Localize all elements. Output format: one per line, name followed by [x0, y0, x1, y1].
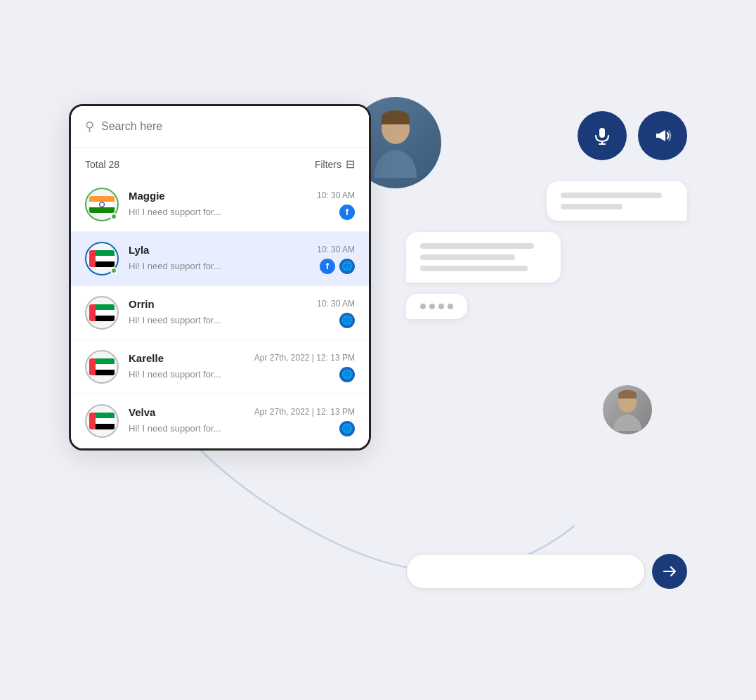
- bubble-line: [420, 243, 534, 249]
- flag-uae-lyla: [89, 250, 115, 267]
- total-count: Total 28: [85, 159, 119, 170]
- search-bar: ⚲: [71, 106, 369, 148]
- typing-indicator: [406, 294, 467, 319]
- flag-india-maggie: [89, 196, 115, 213]
- conv-icons-maggie: f: [339, 205, 355, 220]
- mic-button[interactable]: [578, 111, 627, 160]
- conv-icons-velva: 🌐: [339, 421, 355, 436]
- list-header: Total 28 Filters ⊟: [71, 148, 369, 178]
- svg-rect-2: [382, 117, 410, 124]
- avatar-wrap-lyla: [85, 242, 119, 276]
- conv-content-lyla: Lyla 10: 30 AM Hi! I need support for...…: [129, 244, 355, 274]
- avatar-wrap-velva: [85, 404, 119, 438]
- globe-icon-karelle: 🌐: [339, 367, 355, 382]
- conv-time-maggie: 10: 30 AM: [317, 190, 355, 200]
- conv-name-velva: Velva: [129, 406, 155, 418]
- conversation-item-maggie[interactable]: Maggie 10: 30 AM Hi! I need support for.…: [71, 178, 369, 232]
- typing-dot-3: [438, 304, 444, 309]
- flag-uae-orrin: [89, 304, 115, 321]
- avatar-wrap-karelle: [85, 350, 119, 384]
- flag-uae-karelle: [89, 358, 115, 375]
- chat-area: [350, 83, 687, 631]
- conv-content-orrin: Orrin 10: 30 AM Hi! I need support for..…: [129, 298, 355, 328]
- conv-time-orrin: 10: 30 AM: [317, 299, 355, 309]
- conversation-item-karelle[interactable]: Karelle Apr 27th, 2022 | 12: 13 PM Hi! I…: [71, 340, 369, 394]
- conv-content-karelle: Karelle Apr 27th, 2022 | 12: 13 PM Hi! I…: [129, 352, 355, 382]
- search-input[interactable]: [101, 120, 355, 133]
- conv-time-lyla: 10: 30 AM: [317, 245, 355, 254]
- online-indicator-maggie: [110, 213, 117, 220]
- main-container: ⚲ Total 28 Filters ⊟: [48, 48, 708, 652]
- filter-icon: ⊟: [346, 157, 355, 171]
- conv-name-karelle: Karelle: [129, 352, 164, 364]
- chat-input[interactable]: [406, 554, 645, 589]
- globe-icon-orrin: 🌐: [339, 313, 355, 328]
- typing-dot-4: [448, 304, 453, 309]
- conv-icons-karelle: 🌐: [339, 367, 355, 382]
- filters-label: Filters: [315, 159, 341, 170]
- chat-agent-avatar: [603, 385, 652, 434]
- conv-preview-lyla: Hi! I need support for...: [129, 261, 314, 271]
- avatar-wrap-maggie: [85, 188, 119, 221]
- send-button[interactable]: [652, 554, 687, 589]
- chat-bubbles: [406, 181, 687, 319]
- conversation-item-velva[interactable]: Velva Apr 27th, 2022 | 12: 13 PM Hi! I n…: [71, 394, 369, 448]
- bubble-line: [420, 254, 515, 260]
- globe-icon-velva: 🌐: [339, 421, 355, 436]
- conv-preview-velva: Hi! I need support for...: [129, 423, 334, 434]
- flag-uae-velva: [89, 413, 115, 429]
- conv-name-orrin: Orrin: [129, 298, 155, 310]
- conv-preview-karelle: Hi! I need support for...: [129, 369, 334, 380]
- facebook-icon-lyla: f: [320, 259, 335, 274]
- conv-icons-lyla: f 🌐: [320, 259, 355, 274]
- conv-content-maggie: Maggie 10: 30 AM Hi! I need support for.…: [129, 190, 355, 220]
- conv-content-velva: Velva Apr 27th, 2022 | 12: 13 PM Hi! I n…: [129, 406, 355, 436]
- action-buttons: [578, 111, 687, 160]
- conv-name-lyla: Lyla: [129, 244, 149, 256]
- announce-button[interactable]: [638, 111, 687, 160]
- conv-time-karelle: Apr 27th, 2022 | 12: 13 PM: [254, 353, 355, 363]
- typing-dot-1: [420, 304, 426, 309]
- typing-dot-2: [429, 304, 435, 309]
- conversation-item-lyla[interactable]: Lyla 10: 30 AM Hi! I need support for...…: [71, 232, 369, 286]
- conv-name-maggie: Maggie: [129, 190, 165, 202]
- conv-preview-orrin: Hi! I need support for...: [129, 315, 334, 325]
- svg-point-7: [618, 390, 637, 398]
- conversation-item-orrin[interactable]: Orrin 10: 30 AM Hi! I need support for..…: [71, 286, 369, 340]
- chat-bubble-1: [547, 181, 687, 221]
- search-icon: ⚲: [85, 119, 94, 134]
- globe-icon-lyla: 🌐: [339, 259, 355, 274]
- female-avatar-placeholder: [603, 385, 652, 434]
- conv-icons-orrin: 🌐: [339, 313, 355, 328]
- conv-time-velva: Apr 27th, 2022 | 12: 13 PM: [254, 407, 355, 417]
- bubble-line: [420, 266, 528, 271]
- facebook-icon-maggie: f: [339, 205, 355, 220]
- filters-button[interactable]: Filters ⊟: [315, 157, 355, 171]
- avatar-karelle: [85, 350, 119, 384]
- avatar-orrin: [85, 296, 119, 330]
- bubble-line: [561, 193, 662, 198]
- bubble-line: [561, 204, 623, 209]
- chat-input-row: [406, 554, 687, 589]
- conv-preview-maggie: Hi! I need support for...: [129, 207, 334, 217]
- conversation-panel: ⚲ Total 28 Filters ⊟: [69, 104, 371, 451]
- chat-bubble-2: [406, 232, 561, 283]
- online-indicator-lyla: [110, 267, 117, 274]
- avatar-wrap-orrin: [85, 296, 119, 330]
- svg-rect-3: [599, 128, 605, 138]
- avatar-velva: [85, 404, 119, 438]
